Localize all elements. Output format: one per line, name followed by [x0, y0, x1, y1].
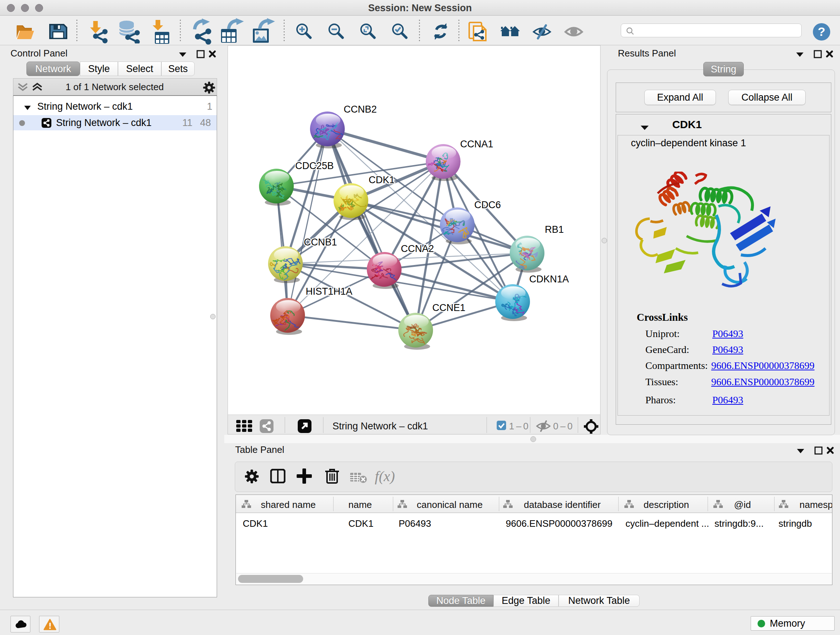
svg-text:CDKN1A: CDKN1A	[529, 274, 569, 285]
svg-text:CCNB1: CCNB1	[304, 237, 337, 248]
svg-text:CDC6: CDC6	[474, 200, 501, 211]
svg-text:?: ?	[818, 25, 826, 38]
svg-text:HIST1H1A: HIST1H1A	[306, 286, 352, 297]
svg-text:RB1: RB1	[545, 224, 564, 235]
svg-text:CCNA2: CCNA2	[401, 243, 434, 254]
svg-text:CCNE1: CCNE1	[432, 302, 466, 313]
svg-text:CCNA1: CCNA1	[460, 139, 493, 149]
svg-text:CCNB2: CCNB2	[344, 104, 377, 115]
svg-text:CDC25B: CDC25B	[295, 160, 334, 171]
svg-text:CDK1: CDK1	[369, 174, 395, 185]
